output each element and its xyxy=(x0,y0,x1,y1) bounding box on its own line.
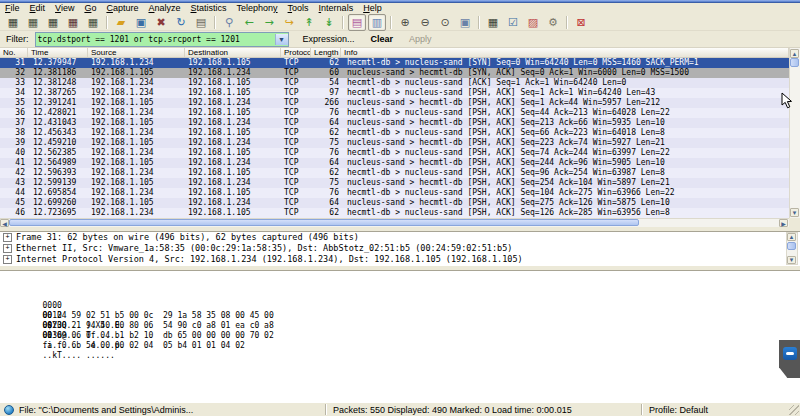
save-file-icon[interactable]: ▣ xyxy=(132,14,150,31)
hex-row: 0010 00 30 21 94 40 00 80 06 54 90 c0 a8… xyxy=(4,301,800,311)
packet-row[interactable]: 44 12.695854 192.168.1.234 192.168.1.105… xyxy=(0,188,789,198)
hex-bytes: 01 69 06 0f 04 b1 b2 10 db 65 00 00 00 0… xyxy=(43,331,279,341)
clear-button[interactable]: Clear xyxy=(369,34,396,44)
open-file-icon[interactable]: ▰ xyxy=(112,14,130,31)
expression-button[interactable]: Expression... xyxy=(301,34,357,44)
cell-info: hecmtl-db > nucleus-sand [PSH, ACK] Seq=… xyxy=(341,168,789,178)
packet-list-vertical-scrollbar[interactable] xyxy=(789,48,800,218)
menu-view[interactable]: View xyxy=(50,3,79,14)
scroll-down-icon[interactable]: ▼ xyxy=(790,208,799,217)
menu-statistics[interactable]: Statistics xyxy=(186,3,232,14)
cell-time: 12.431043 xyxy=(28,118,88,128)
filter-input[interactable] xyxy=(36,34,275,45)
packet-row[interactable]: 36 12.428021 192.168.1.234 192.168.1.105… xyxy=(0,108,789,118)
packet-row[interactable]: 45 12.699260 192.168.1.105 192.168.1.234… xyxy=(0,198,789,208)
cell-no: 42 xyxy=(0,168,28,178)
menu-help[interactable]: Help xyxy=(358,3,387,14)
go-first-icon[interactable]: ↟ xyxy=(300,14,318,31)
packet-row[interactable]: 40 12.562385 192.168.1.234 192.168.1.105… xyxy=(0,148,789,158)
packet-row[interactable]: 39 12.459210 192.168.1.105 192.168.1.234… xyxy=(0,138,789,148)
go-back-icon[interactable]: ← xyxy=(240,14,258,31)
help-icon[interactable]: ⊠ xyxy=(572,14,590,31)
menu-capture[interactable]: Capture xyxy=(101,3,143,14)
detail-row[interactable]: + Frame 31: 62 bytes on wire (496 bits),… xyxy=(0,232,800,243)
colorize-toggle-icon[interactable]: ▤ xyxy=(348,14,366,31)
column-header[interactable]: Destination xyxy=(185,48,281,57)
detail-row[interactable]: + Ethernet II, Src: Vmware_1a:58:35 (00:… xyxy=(0,243,800,254)
details-scroll-thumb[interactable] xyxy=(787,242,796,250)
column-header[interactable]: Length xyxy=(311,48,341,57)
cell-length: 266 xyxy=(311,98,341,108)
expand-icon[interactable]: + xyxy=(3,244,12,253)
filter-dropdown-arrow-icon[interactable]: ▼ xyxy=(275,34,288,45)
coloring-rules-icon[interactable]: ▨ xyxy=(524,14,542,31)
find-packet-icon[interactable]: ⚲ xyxy=(220,14,238,31)
cell-protocol: TCP xyxy=(281,108,311,118)
scroll-right-icon[interactable]: ▶ xyxy=(779,219,788,227)
expand-icon[interactable]: + xyxy=(3,255,12,264)
filter-combobox[interactable]: ▼ xyxy=(35,32,289,47)
packet-row[interactable]: 38 12.456343 192.168.1.234 192.168.1.105… xyxy=(0,128,789,138)
packet-row[interactable]: 37 12.431043 192.168.1.105 192.168.1.234… xyxy=(0,118,789,128)
column-header[interactable]: No. xyxy=(0,48,28,57)
vertical-scroll-thumb[interactable] xyxy=(790,58,799,67)
apply-button[interactable]: Apply xyxy=(407,34,434,44)
packet-row[interactable]: 43 12.599139 192.168.1.105 192.168.1.234… xyxy=(0,178,789,188)
list-interfaces-icon[interactable]: ▦ xyxy=(4,14,22,31)
scroll-left-icon[interactable]: ◀ xyxy=(0,219,9,227)
packet-row[interactable]: 35 12.391241 192.168.1.105 192.168.1.234… xyxy=(0,98,789,108)
details-scroll-up-icon[interactable]: ▲ xyxy=(787,233,796,241)
menu-file[interactable]: File xyxy=(0,3,25,14)
packet-list-header[interactable]: No.TimeSourceDestinationProtocolLengthIn… xyxy=(0,48,789,58)
expand-icon[interactable]: + xyxy=(3,233,12,242)
cell-destination: 192.168.1.105 xyxy=(185,208,281,218)
menu-analyze[interactable]: Analyze xyxy=(143,3,185,14)
packet-row[interactable]: 42 12.596393 192.168.1.234 192.168.1.105… xyxy=(0,168,789,178)
go-forward-icon[interactable]: → xyxy=(260,14,278,31)
menu-telephony[interactable]: Telephony xyxy=(232,3,283,14)
restart-capture-icon[interactable]: ▦ xyxy=(84,14,102,31)
zoom-out-icon[interactable]: ⊖ xyxy=(416,14,434,31)
packet-row[interactable]: 31 12.379947 192.168.1.234 192.168.1.105… xyxy=(0,58,789,68)
column-header[interactable]: Source xyxy=(88,48,185,57)
cell-protocol: TCP xyxy=(281,188,311,198)
details-scroll-down-icon[interactable]: ▼ xyxy=(787,256,796,264)
capture-filter-icon[interactable]: ▦ xyxy=(484,14,502,31)
resize-columns-icon[interactable]: ▣ xyxy=(456,14,474,31)
menu-edit[interactable]: Edit xyxy=(25,3,51,14)
go-last-icon[interactable]: ↡ xyxy=(320,14,338,31)
close-file-icon[interactable]: ✖ xyxy=(152,14,170,31)
detail-text: Ethernet II, Src: Vmware_1a:58:35 (00:0c… xyxy=(16,243,512,254)
packet-row[interactable]: 34 12.387265 192.168.1.234 192.168.1.105… xyxy=(0,88,789,98)
packet-row[interactable]: 32 12.381186 192.168.1.105 192.168.1.234… xyxy=(0,68,789,78)
menu-tools[interactable]: Tools xyxy=(283,3,314,14)
print-icon[interactable]: ▤ xyxy=(192,14,210,31)
packet-row[interactable]: 41 12.564989 192.168.1.105 192.168.1.234… xyxy=(0,158,789,168)
zoom-in-icon[interactable]: ⊕ xyxy=(396,14,414,31)
autoscroll-toggle-icon[interactable]: ▥ xyxy=(368,14,386,31)
menu-internals[interactable]: Internals xyxy=(314,3,359,14)
resize-grip[interactable] xyxy=(789,405,799,415)
column-header[interactable]: Time xyxy=(28,48,88,57)
packet-row[interactable]: 46 12.723695 192.168.1.234 192.168.1.105… xyxy=(0,208,789,218)
column-header[interactable]: Protocol xyxy=(281,48,311,57)
horizontal-scroll-thumb[interactable] xyxy=(9,219,639,226)
capture-options-icon[interactable]: ▦ xyxy=(24,14,42,31)
menu-go[interactable]: Go xyxy=(79,3,101,14)
status-profile[interactable]: Profile: Default xyxy=(643,404,800,416)
zoom-100-icon[interactable]: ⊙ xyxy=(436,14,454,31)
scroll-up-icon[interactable]: ▲ xyxy=(790,49,799,58)
display-filter-icon[interactable]: ☑ xyxy=(504,14,522,31)
hex-bytes: 00 24 59 02 51 b5 00 0c 29 1a 58 35 08 0… xyxy=(43,311,279,321)
reload-icon[interactable]: ↻ xyxy=(172,14,190,31)
go-to-packet-icon[interactable]: ↪ xyxy=(280,14,298,31)
expert-info-icon[interactable] xyxy=(4,405,14,415)
detail-row[interactable]: + Internet Protocol Version 4, Src: 192.… xyxy=(0,254,800,265)
cell-source: 192.168.1.105 xyxy=(88,158,185,168)
column-header[interactable]: Info xyxy=(341,48,789,57)
start-capture-icon[interactable]: ▦ xyxy=(44,14,62,31)
packet-bytes-pane[interactable]: 0000 00 24 59 02 51 b5 00 0c 29 1a 58 35… xyxy=(0,270,800,402)
stop-capture-icon[interactable]: ▦ xyxy=(64,14,82,31)
preferences-icon[interactable]: ⚙ xyxy=(544,14,562,31)
packet-row[interactable]: 33 12.381248 192.168.1.234 192.168.1.105… xyxy=(0,78,789,88)
